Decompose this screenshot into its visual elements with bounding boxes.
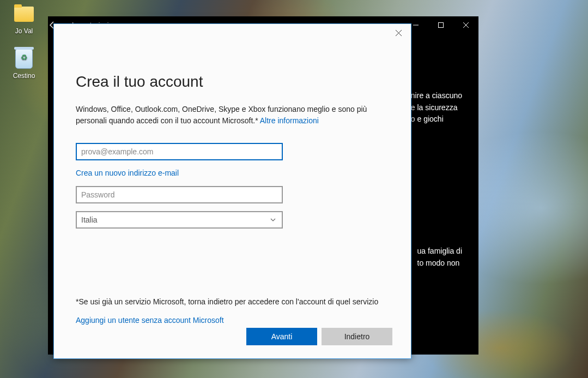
settings-body-text: nire a ciascuno e la sicurezza o e gioch…	[411, 90, 462, 125]
settings-body-text: ua famiglia di to modo non	[417, 245, 463, 269]
desktop: Jo Val Cestino Impostazioni nir	[0, 0, 588, 378]
dialog-close-button[interactable]	[386, 24, 411, 41]
close-button[interactable]	[453, 16, 478, 34]
country-select[interactable]: Italia	[76, 211, 283, 229]
svg-rect-1	[439, 23, 444, 28]
create-account-dialog: Crea il tuo account Windows, Office, Out…	[53, 23, 411, 359]
close-icon	[396, 30, 402, 36]
dialog-note: *Se usi già un servizio Microsoft, torna…	[76, 296, 381, 308]
more-info-link[interactable]: Altre informazioni	[260, 116, 319, 125]
desktop-icon-folder[interactable]: Jo Val	[3, 3, 45, 35]
password-field[interactable]	[76, 186, 283, 203]
create-new-email-link[interactable]: Crea un nuovo indirizzo e-mail	[76, 169, 179, 177]
add-user-without-account-link[interactable]: Aggiungi un utente senza account Microso…	[76, 316, 224, 325]
country-select-value: Italia	[81, 215, 98, 224]
maximize-button[interactable]	[428, 16, 453, 34]
next-button[interactable]: Avanti	[246, 328, 317, 345]
recycle-bin-icon	[13, 48, 35, 70]
chevron-down-icon	[270, 217, 276, 223]
dialog-description: Windows, Office, Outlook.com, OneDrive, …	[76, 104, 381, 127]
desktop-icon-recycle-bin[interactable]: Cestino	[3, 48, 45, 80]
back-button[interactable]: Indietro	[322, 328, 392, 345]
desktop-icon-label: Cestino	[3, 72, 45, 80]
folder-icon	[13, 3, 35, 25]
dialog-title: Crea il tuo account	[76, 73, 389, 91]
desktop-icon-label: Jo Val	[3, 27, 45, 35]
email-field[interactable]	[76, 143, 283, 160]
